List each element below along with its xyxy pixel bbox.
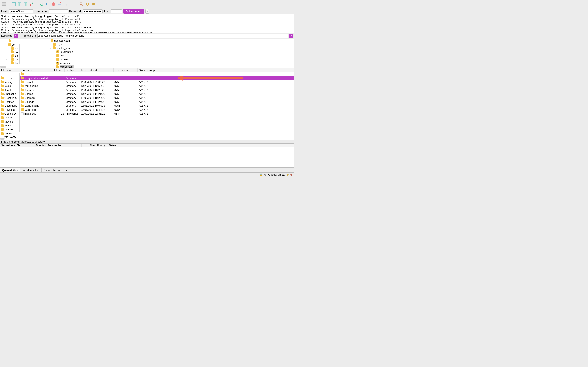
tree-item[interactable]: de bbox=[0, 54, 20, 58]
remote-col-owner[interactable]: Owner/Group bbox=[139, 68, 155, 72]
remote-path-dropdown[interactable]: ▾ bbox=[289, 34, 293, 38]
toggle-local-tree-icon[interactable] bbox=[17, 1, 22, 7]
queue-col-server[interactable]: Server/Local file bbox=[0, 144, 35, 147]
process-queue-icon[interactable] bbox=[45, 1, 50, 7]
remote-path-input[interactable] bbox=[37, 34, 288, 38]
tree-item[interactable]: ?.tmb bbox=[20, 54, 294, 58]
message-log[interactable]: Status:Retrieving directory listing of "… bbox=[0, 15, 294, 33]
table-row[interactable]: et-cacheDirectory11/05/2021 21:06:200755… bbox=[20, 80, 294, 84]
list-item[interactable]: .cups bbox=[0, 84, 20, 88]
tree-item[interactable]: Vo bbox=[0, 43, 20, 47]
local-tree[interactable]: ▸Vobincode▸etcho bbox=[0, 39, 20, 68]
svg-rect-6 bbox=[20, 2, 21, 6]
host-label: Host: bbox=[1, 10, 7, 13]
toggle-log-icon[interactable] bbox=[11, 1, 16, 7]
unknown-folder-icon: ? bbox=[56, 62, 59, 65]
search-remote-icon[interactable] bbox=[91, 1, 96, 7]
tree-item[interactable]: bin bbox=[0, 47, 20, 50]
list-item[interactable]: Movies bbox=[0, 120, 20, 124]
password-label: Password: bbox=[69, 10, 82, 13]
table-row[interactable]: uploadsDirectory10/25/2021 14:24:0207557… bbox=[20, 100, 294, 104]
list-item[interactable]: Desktop bbox=[0, 100, 20, 104]
table-row[interactable]: plugins.deactivatedDirectory bbox=[20, 76, 294, 80]
table-row[interactable]: index.php28PHP script01/08/2012 22:31:12… bbox=[20, 112, 294, 116]
list-item[interactable]: Library bbox=[0, 116, 20, 119]
remote-col-permissions[interactable]: Permissions bbox=[115, 68, 129, 72]
list-item[interactable]: .. bbox=[0, 72, 20, 76]
table-row[interactable]: mu-pluginsDirectory10/25/2021 12:52:5207… bbox=[20, 84, 294, 88]
list-item[interactable]: .kindle bbox=[0, 88, 20, 92]
queue-col-priority[interactable]: Priority bbox=[96, 144, 107, 147]
refresh-icon[interactable] bbox=[39, 1, 44, 7]
filter-icon[interactable] bbox=[79, 1, 84, 7]
tree-item[interactable]: ?wp-admin bbox=[20, 61, 294, 65]
tab-successful-transfers[interactable]: Successful transfers bbox=[42, 168, 69, 172]
folder-icon bbox=[21, 77, 24, 79]
cancel-icon[interactable] bbox=[51, 1, 56, 7]
toggle-remote-tree-icon[interactable] bbox=[23, 1, 28, 7]
local-site-label: Local site: bbox=[1, 34, 13, 37]
remote-tree[interactable]: geekto5k.com?logs▾public_html?.quarantin… bbox=[20, 39, 294, 68]
sync-browsing-icon[interactable] bbox=[29, 1, 34, 7]
tree-item[interactable]: ▸wp-content bbox=[20, 65, 294, 68]
quickconnect-dropdown[interactable]: ▼ bbox=[145, 9, 149, 14]
password-input[interactable] bbox=[83, 9, 103, 13]
table-row[interactable]: upgradeDirectory11/05/2021 10:20:2507557… bbox=[20, 96, 294, 100]
lock-icon[interactable]: 🔒 bbox=[259, 173, 263, 176]
tree-item[interactable]: ?.quarantine bbox=[20, 50, 294, 54]
tree-item[interactable]: ▸ bbox=[0, 39, 20, 43]
queue-col-size[interactable]: Size bbox=[82, 144, 96, 147]
folder-icon bbox=[21, 105, 24, 107]
list-item[interactable]: Pictures bbox=[0, 127, 20, 131]
quickconnect-button[interactable]: Quickconnect bbox=[123, 9, 144, 14]
list-item[interactable]: Google Dr bbox=[0, 112, 20, 116]
list-item[interactable]: Public bbox=[0, 132, 20, 135]
folder-icon bbox=[1, 89, 4, 91]
folder-icon bbox=[8, 43, 11, 46]
compare-icon[interactable] bbox=[85, 1, 90, 7]
table-row[interactable]: wphb-cacheDirectory02/01/2021 10:04:3307… bbox=[20, 104, 294, 108]
list-item[interactable]: .config bbox=[0, 80, 20, 84]
list-item[interactable]: Applicatio bbox=[0, 92, 20, 96]
tree-item[interactable]: ▸etc bbox=[0, 58, 20, 61]
queue-col-status[interactable]: Status bbox=[107, 144, 136, 147]
local-path-dropdown[interactable]: ▾ bbox=[14, 34, 18, 38]
tab-queued-files[interactable]: Queued files bbox=[0, 168, 20, 172]
tree-item[interactable]: ho bbox=[0, 61, 20, 65]
toggle-queue-icon[interactable] bbox=[73, 1, 78, 7]
host-input[interactable] bbox=[9, 9, 33, 13]
site-manager-icon[interactable] bbox=[1, 1, 7, 7]
tree-item[interactable]: ?cgi-bin bbox=[20, 58, 294, 61]
list-item[interactable]: Document bbox=[0, 104, 20, 108]
reconnect-icon[interactable] bbox=[63, 1, 68, 7]
disconnect-icon[interactable] bbox=[57, 1, 62, 7]
queue-col-direction[interactable]: Direction bbox=[35, 144, 46, 147]
remote-file-list[interactable]: Filename Filesize Filetype Last modified… bbox=[20, 68, 294, 140]
username-input[interactable] bbox=[49, 9, 68, 13]
list-item[interactable]: Download bbox=[0, 108, 20, 112]
local-col-filename[interactable]: Filename bbox=[1, 68, 12, 72]
table-row[interactable]: themesDirectory11/05/2021 10:20:25075577… bbox=[20, 88, 294, 92]
list-item[interactable]: Music bbox=[0, 124, 20, 127]
remote-col-filename[interactable]: Filename bbox=[22, 68, 33, 72]
tree-item[interactable]: ▾public_html bbox=[20, 46, 294, 50]
tree-item[interactable]: ?logs bbox=[20, 42, 294, 46]
remote-col-filesize[interactable]: Filesize bbox=[54, 68, 63, 72]
local-file-list[interactable]: Filename︿ ...Trash.config.cups.kindleApp… bbox=[0, 68, 20, 140]
folder-icon bbox=[1, 113, 4, 115]
table-row[interactable]: .. bbox=[20, 72, 294, 76]
list-item[interactable]: Creative C bbox=[0, 96, 20, 100]
queue-col-remote[interactable]: Remote file bbox=[46, 144, 82, 147]
table-row[interactable]: wphb-logsDirectory02/01/2021 08:48:28075… bbox=[20, 108, 294, 112]
tree-item[interactable]: co bbox=[0, 50, 20, 54]
port-input[interactable] bbox=[111, 9, 122, 13]
settings-icon[interactable]: ⚙︎ bbox=[264, 173, 267, 176]
remote-col-modified[interactable]: Last modified bbox=[81, 68, 97, 72]
tab-failed-transfers[interactable]: Failed transfers bbox=[20, 168, 42, 172]
queue-body[interactable] bbox=[0, 147, 294, 167]
list-item[interactable]: .Trash bbox=[0, 76, 20, 80]
remote-col-filetype[interactable]: Filetype bbox=[66, 68, 75, 72]
tree-item[interactable]: geekto5k.com bbox=[20, 39, 294, 42]
log-line: Status:Renaming '/geekto5k.com/public_ht… bbox=[1, 32, 293, 33]
table-row[interactable]: updraftDirectory10/25/2021 11:21:0607557… bbox=[20, 92, 294, 96]
